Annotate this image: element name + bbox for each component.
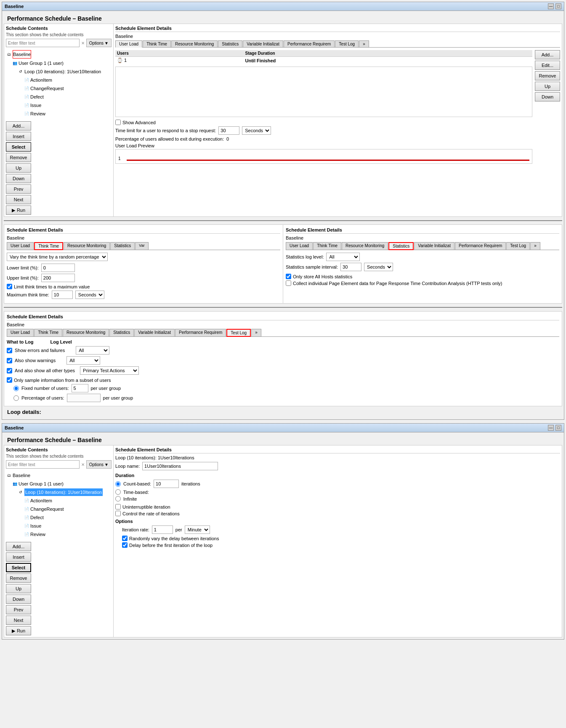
down-button[interactable]: Down [6,174,31,183]
tab4-var-init[interactable]: Variable Initializat [134,329,175,336]
loop-name-input[interactable] [142,462,218,470]
tree2-issue[interactable]: 📄 Issue [6,522,112,530]
tab-overflow[interactable]: » [359,40,369,47]
tab2-user-load[interactable]: User Load [7,242,34,250]
options-button[interactable]: Options ▼ [86,39,112,47]
pct-users-input[interactable] [67,394,101,402]
tree-item-defect[interactable]: 📄 Defect [6,93,112,101]
lower-limit-input[interactable] [41,264,75,272]
remove-button[interactable]: Remove [6,153,31,162]
down-stage-btn[interactable]: Down [535,92,560,101]
filter-input-2[interactable] [6,460,80,469]
minimize-btn-2[interactable]: — [548,425,554,431]
tree-item-review[interactable]: 📄 Review [6,109,112,118]
tree2-review[interactable]: 📄 Review [6,530,112,539]
rate-unit-dropdown[interactable]: Minute [185,525,210,534]
fixed-radio[interactable] [13,386,19,391]
tree2-defect[interactable]: 📄 Defect [6,513,112,522]
tree2-loop[interactable]: ↺ Loop (10 iterations): 1User10Iteration [6,488,112,496]
tab3-perf-req[interactable]: Performance Requirem [455,242,506,250]
time-based-radio[interactable] [115,489,121,495]
edit-stage-btn[interactable]: Edit... [535,61,560,70]
tree-item-loop[interactable]: ↺ Loop (10 iterations): 1User10Iteration [6,67,112,76]
tab4-resource[interactable]: Resource Monitoring [63,329,109,336]
show-warnings-level[interactable]: All [66,356,100,365]
tab-think-time[interactable]: Think Time [143,40,171,47]
collect-checkbox[interactable] [286,280,291,286]
iteration-rate-input[interactable] [152,525,173,534]
show-errors-level[interactable]: All [76,346,109,355]
maximize-btn-2[interactable]: □ [555,425,561,431]
clear-filter-icon[interactable]: ✕ [81,41,85,45]
stats-sample-unit[interactable]: Seconds [364,263,393,271]
time-limit-unit-dropdown[interactable]: Seconds [242,126,271,135]
uninterruptible-checkbox[interactable] [115,504,121,509]
tab-user-load[interactable]: User Load [115,40,142,48]
tab3-overflow[interactable]: » [530,242,540,250]
tree2-user-group[interactable]: 👥 User Group 1 (1 user) [6,480,112,488]
tree-item-issue[interactable]: 📄 Issue [6,101,112,109]
tree2-change[interactable]: 📄 ChangeRequest [6,505,112,513]
tree-item-user-group[interactable]: 👥 User Group 1 (1 user) [6,59,112,67]
vary-dropdown[interactable]: Vary the think time by a random percenta… [7,253,108,261]
tree-item-action[interactable]: 📄 ActionItem [6,76,112,84]
tab2-statistics[interactable]: Statistics [110,242,135,250]
tab3-resource[interactable]: Resource Monitoring [342,242,388,250]
select-button[interactable]: Select [6,142,31,152]
tab4-think-time[interactable]: Think Time [34,329,62,336]
randomly-vary-checkbox[interactable] [122,536,128,541]
stats-log-level-dropdown[interactable]: All [326,253,360,261]
show-other-checkbox[interactable] [7,368,12,373]
tab4-statistics[interactable]: Statistics [109,329,134,336]
tab3-user-load[interactable]: User Load [286,242,313,250]
show-errors-checkbox[interactable] [7,348,12,353]
window-tab-2[interactable]: Baseline [5,425,24,430]
up-button[interactable]: Up [6,163,31,173]
tab4-user-load[interactable]: User Load [7,329,34,336]
next-button-2[interactable]: Next [6,616,31,625]
show-other-level[interactable]: Primary Test Actions [80,366,139,375]
infinite-radio[interactable] [115,496,121,501]
window-tab-1[interactable]: Baseline [5,4,24,9]
count-input[interactable] [154,480,179,488]
tree2-baseline[interactable]: 🗂 Baseline [6,471,112,480]
tab3-statistics[interactable]: Statistics [388,242,414,250]
max-think-unit[interactable]: Seconds [75,291,104,299]
prev-button-2[interactable]: Prev [6,605,31,614]
tab3-test-log[interactable]: Test Log [506,242,530,250]
add-stage-btn[interactable]: Add... [535,50,560,59]
tab-performance-req[interactable]: Performance Requirem [284,40,335,47]
clear-filter-icon-2[interactable]: ✕ [81,462,85,467]
options-button-2[interactable]: Options ▼ [86,460,112,469]
tab2-think-time[interactable]: Think Time [34,242,63,250]
tab-statistics[interactable]: Statistics [218,40,242,47]
stats-sample-input[interactable] [340,263,361,271]
prev-button[interactable]: Prev [6,184,31,194]
upper-limit-input[interactable] [41,274,75,282]
show-advanced-checkbox[interactable] [115,120,121,125]
time-limit-input[interactable] [218,126,239,135]
tab4-perf-req[interactable]: Performance Requirem [175,329,226,336]
limit-times-checkbox[interactable] [7,284,12,289]
select-button-2[interactable]: Select [6,563,31,572]
minimize-btn[interactable]: — [548,3,554,9]
sample-subset-checkbox[interactable] [7,377,12,383]
up-stage-btn[interactable]: Up [535,82,560,91]
filter-input[interactable] [6,39,80,47]
insert-button[interactable]: Insert [6,132,31,141]
count-based-radio[interactable] [115,481,121,487]
table-row[interactable]: ⌚ 1 Until Finished [115,57,532,64]
only-hosts-checkbox[interactable] [286,274,291,279]
remove-stage-btn[interactable]: Remove [535,71,560,80]
tab4-test-log[interactable]: Test Log [226,329,251,337]
tab-variable-init[interactable]: Variable Initializat [243,40,283,47]
tree-item-baseline[interactable]: 🗂 Baseline [6,50,112,59]
tab3-var-init[interactable]: Variable Initializat [414,242,454,250]
insert-button-2[interactable]: Insert [6,552,31,562]
remove-button-2[interactable]: Remove [6,573,31,583]
maximize-btn[interactable]: □ [555,3,561,9]
tab2-var[interactable]: Var [135,242,148,250]
add-button[interactable]: Add... [6,121,31,131]
run-button[interactable]: ▶ Run [6,205,31,215]
fixed-users-input[interactable] [72,384,88,392]
